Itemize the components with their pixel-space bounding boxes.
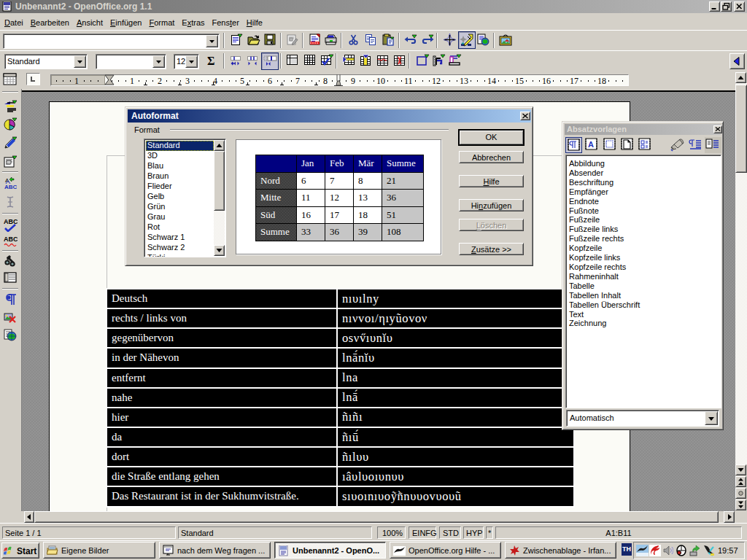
svg-text:A: A [588,140,594,149]
svg-text:ABC: ABC [4,184,17,190]
svg-text:A: A [5,177,9,184]
svg-text:ABC: ABC [4,218,18,225]
svg-text:ABC: ABC [4,236,18,243]
